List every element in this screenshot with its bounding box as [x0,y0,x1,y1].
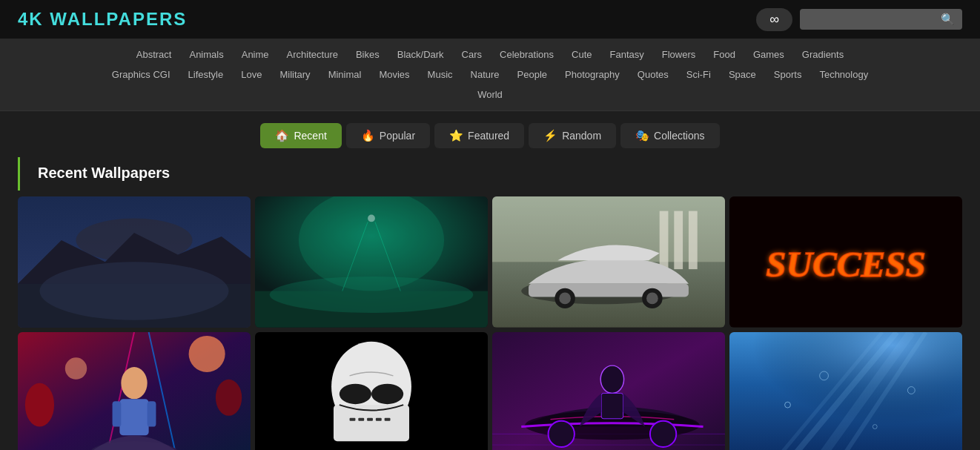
category-item-bikes[interactable]: Bikes [348,46,387,63]
logo-text: 4K WALLPAPERS [18,9,187,29]
category-item-nature[interactable]: Nature [463,66,507,83]
infinity-icon: ∞ [769,12,779,27]
svg-point-34 [121,367,147,399]
category-row-1: AbstractAnimalsAnimeArchitectureBikesBla… [129,46,851,63]
category-item-music[interactable]: Music [420,66,460,83]
category-item-love[interactable]: Love [234,66,269,83]
svg-point-42 [340,383,371,403]
svg-point-23 [646,293,658,305]
svg-point-54 [650,420,676,446]
category-item-photography[interactable]: Photography [557,66,627,83]
svg-point-53 [549,420,575,446]
svg-point-31 [216,379,242,415]
category-item-space[interactable]: Space [721,66,764,83]
svg-point-9 [270,277,474,313]
svg-point-30 [25,383,54,426]
recent-tab-label: Recent [294,130,326,142]
filter-tabs: 🏠Recent🔥Popular⭐Featured⚡Random🎭Collecti… [0,111,980,157]
search-icon: 🔍 [941,13,955,25]
wallpaper-card-6[interactable] [255,332,488,450]
category-item-architecture[interactable]: Architecture [279,46,345,63]
category-row-3: World [470,86,510,103]
popular-tab-icon: 🔥 [361,129,375,142]
category-item-quotes[interactable]: Quotes [630,66,676,83]
category-item-black-dark[interactable]: Black/Dark [390,46,451,63]
category-item-cute[interactable]: Cute [564,46,599,63]
site-logo[interactable]: 4K WALLPAPERS [18,9,187,30]
random-tab-label: Random [562,130,601,142]
category-item-celebrations[interactable]: Celebrations [492,46,561,63]
featured-tab-label: Featured [468,130,509,142]
svg-point-29 [65,357,87,379]
infinity-button[interactable]: ∞ [756,8,792,31]
category-item-fantasy[interactable]: Fantasy [603,46,652,63]
svg-rect-45 [358,417,364,420]
category-item-gradients[interactable]: Gradients [795,46,851,63]
svg-rect-16 [674,211,683,270]
svg-point-55 [600,365,623,393]
category-item-food[interactable]: Food [706,46,743,63]
svg-rect-19 [529,284,689,297]
popular-tab-label: Popular [380,130,415,142]
category-item-technology[interactable]: Technology [812,66,875,83]
tab-random[interactable]: ⚡Random [529,123,616,148]
header: 4K WALLPAPERS ∞ 🔍 [0,0,980,39]
category-item-sci-fi[interactable]: Sci-Fi [679,66,718,83]
search-button[interactable]: 🔍 [933,9,962,30]
wallpaper-card-5[interactable] [18,332,251,450]
svg-rect-44 [350,417,356,420]
category-item-anime[interactable]: Anime [234,46,277,63]
category-item-movies[interactable]: Movies [371,66,417,83]
tab-collections[interactable]: 🎭Collections [620,123,719,148]
wallpaper-card-2[interactable] [255,196,488,328]
tab-recent[interactable]: 🏠Recent [260,123,341,148]
collections-tab-icon: 🎭 [635,129,649,142]
random-tab-icon: ⚡ [543,129,557,142]
wallpaper-card-8[interactable] [729,332,962,450]
collections-tab-label: Collections [654,130,704,142]
svg-rect-48 [385,417,391,420]
wallpaper-grid: SUCCESS SUCCESS [0,196,980,450]
category-item-animals[interactable]: Animals [182,46,231,63]
svg-rect-17 [689,211,698,270]
featured-tab-icon: ⭐ [449,129,463,142]
svg-rect-15 [660,211,669,270]
svg-point-21 [559,293,571,305]
svg-point-28 [189,336,225,372]
svg-rect-47 [376,417,382,420]
wallpaper-card-3[interactable] [492,196,725,328]
recent-tab-icon: 🏠 [275,129,289,142]
wallpaper-card-1[interactable] [18,196,251,328]
category-item-flowers[interactable]: Flowers [655,46,703,63]
tab-popular[interactable]: 🔥Popular [346,123,430,148]
svg-text:SUCCESS: SUCCESS [766,244,925,285]
svg-point-10 [368,215,375,222]
svg-rect-35 [119,399,148,435]
wallpaper-card-4[interactable]: SUCCESS SUCCESS [729,196,962,328]
svg-rect-56 [601,393,623,418]
category-item-graphics-cgi[interactable]: Graphics CGI [105,66,178,83]
category-item-games[interactable]: Games [746,46,792,63]
svg-point-4 [39,262,228,320]
category-item-world[interactable]: World [470,86,510,103]
category-item-people[interactable]: People [510,66,554,83]
category-row-2: Graphics CGILifestyleLoveMilitaryMinimal… [105,66,875,83]
svg-rect-37 [148,401,156,426]
category-nav: AbstractAnimalsAnimeArchitectureBikesBla… [0,39,980,111]
header-controls: ∞ 🔍 [756,8,962,31]
svg-rect-46 [367,417,373,420]
svg-point-43 [371,383,403,403]
category-item-lifestyle[interactable]: Lifestyle [181,66,231,83]
category-item-abstract[interactable]: Abstract [129,46,179,63]
search-bar: 🔍 [800,9,962,30]
category-item-sports[interactable]: Sports [767,66,810,83]
wallpaper-card-7[interactable] [492,332,725,450]
section-title: Recent Wallpapers [18,157,980,191]
tab-featured[interactable]: ⭐Featured [434,123,524,148]
search-input[interactable] [800,10,933,29]
category-item-military[interactable]: Military [272,66,317,83]
svg-rect-36 [113,401,122,426]
category-item-cars[interactable]: Cars [454,46,489,63]
category-item-minimal[interactable]: Minimal [321,66,369,83]
